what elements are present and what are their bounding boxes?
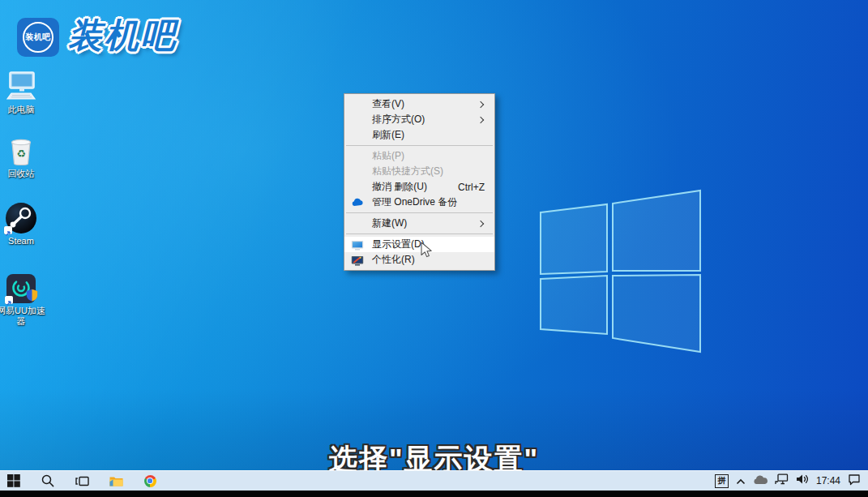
taskbar-left: [0, 471, 162, 491]
menu-separator: [346, 145, 493, 146]
desktop: 装机吧 装机吧 此电脑 ♻ 回收站: [0, 0, 868, 497]
taskbar-clock[interactable]: 17:44: [816, 475, 840, 486]
desktop-icon-steam[interactable]: Steam: [0, 201, 42, 246]
menu-item-paste: 粘贴(P): [344, 148, 494, 164]
system-tray: 拼 17:44: [715, 473, 868, 489]
network-icon[interactable]: [775, 473, 789, 488]
onedrive-tray-icon[interactable]: [753, 473, 768, 488]
display-settings-icon: [351, 238, 364, 251]
onedrive-icon: [351, 196, 364, 209]
hidden-icons-chevron[interactable]: [736, 473, 746, 488]
menu-item-view[interactable]: 查看(V): [344, 96, 494, 112]
zhuangjiba-badge-text: 装机吧: [25, 32, 51, 43]
menu-item-label: 查看(V): [372, 97, 404, 111]
shortcut-arrow-icon: [5, 296, 13, 304]
menu-item-label: 撤消 删除(U): [372, 180, 427, 194]
menu-item-paste-shortcut: 粘贴快捷方式(S): [344, 164, 494, 179]
menu-item-sort-by[interactable]: 排序方式(O): [344, 112, 494, 127]
menu-item-label: 显示设置(D): [372, 238, 425, 251]
desktop-icon-uu-accelerator[interactable]: 网易UU加速器: [0, 271, 42, 327]
windows-start-icon: [7, 474, 20, 487]
windows-wallpaper-logo: [535, 185, 705, 357]
action-center-icon[interactable]: [848, 473, 861, 489]
ime-indicator[interactable]: 拼: [715, 474, 729, 488]
volume-icon[interactable]: [796, 473, 809, 488]
menu-item-label: 刷新(E): [372, 128, 404, 142]
task-view-button[interactable]: [70, 471, 94, 491]
shortcut-arrow-icon: [4, 226, 12, 234]
submenu-arrow-icon: [477, 116, 484, 122]
desktop-icon-recycle-bin[interactable]: ♻ 回收站: [0, 134, 42, 179]
chrome-button[interactable]: [138, 471, 162, 491]
menu-item-display-settings[interactable]: 显示设置(D): [344, 237, 494, 252]
menu-item-shortcut: Ctrl+Z: [458, 182, 485, 193]
desktop-icon-this-pc[interactable]: 此电脑: [0, 70, 42, 115]
svg-text:♻: ♻: [16, 148, 26, 160]
zhuangjiba-wordmark: 装机吧: [68, 13, 177, 58]
search-button[interactable]: [36, 471, 60, 491]
this-pc-icon: [5, 71, 37, 102]
taskbar: 拼 17:44: [0, 470, 868, 491]
steam-icon: [6, 203, 36, 234]
personalization-icon: [351, 254, 364, 267]
zhuangjiba-logo-badge: 装机吧: [17, 18, 59, 57]
chrome-icon: [144, 475, 156, 487]
menu-separator: [346, 212, 493, 213]
task-view-icon: [75, 475, 89, 487]
mouse-cursor: [421, 242, 434, 259]
desktop-icon-label: 回收站: [0, 169, 49, 179]
file-explorer-icon: [109, 475, 123, 486]
desktop-context-menu: 查看(V) 排序方式(O) 刷新(E) 粘贴(P) 粘贴快捷方式(S) 撤消 删…: [344, 93, 495, 271]
menu-item-label: 新建(W): [372, 216, 407, 230]
shield-badge-icon: [26, 289, 38, 305]
menu-item-label: 个性化(R): [372, 253, 415, 267]
desktop-icon-label: 网易UU加速器: [0, 306, 49, 327]
menu-item-refresh[interactable]: 刷新(E): [344, 127, 494, 143]
menu-item-label: 粘贴(P): [372, 149, 404, 163]
submenu-arrow-icon: [477, 101, 484, 107]
menu-item-new[interactable]: 新建(W): [344, 216, 494, 231]
menu-separator: [346, 234, 493, 234]
search-icon: [41, 474, 54, 487]
desktop-icon-label: 此电脑: [0, 105, 49, 115]
menu-item-manage-onedrive-backup[interactable]: 管理 OneDrive 备份: [344, 195, 494, 210]
menu-item-label: 粘贴快捷方式(S): [372, 165, 443, 178]
video-letterbox-bar: [0, 491, 868, 497]
zhuangjiba-logo-circle: 装机吧: [23, 22, 53, 53]
submenu-arrow-icon: [477, 220, 484, 226]
start-button[interactable]: [2, 471, 26, 491]
menu-item-personalize[interactable]: 个性化(R): [344, 252, 494, 268]
uu-accelerator-icon: [6, 274, 36, 303]
file-explorer-button[interactable]: [104, 471, 128, 491]
menu-item-undo-delete[interactable]: 撤消 删除(U) Ctrl+Z: [344, 179, 494, 195]
menu-item-label: 管理 OneDrive 备份: [372, 195, 457, 209]
recycle-bin-icon: ♻: [8, 135, 34, 166]
menu-item-label: 排序方式(O): [372, 113, 425, 126]
